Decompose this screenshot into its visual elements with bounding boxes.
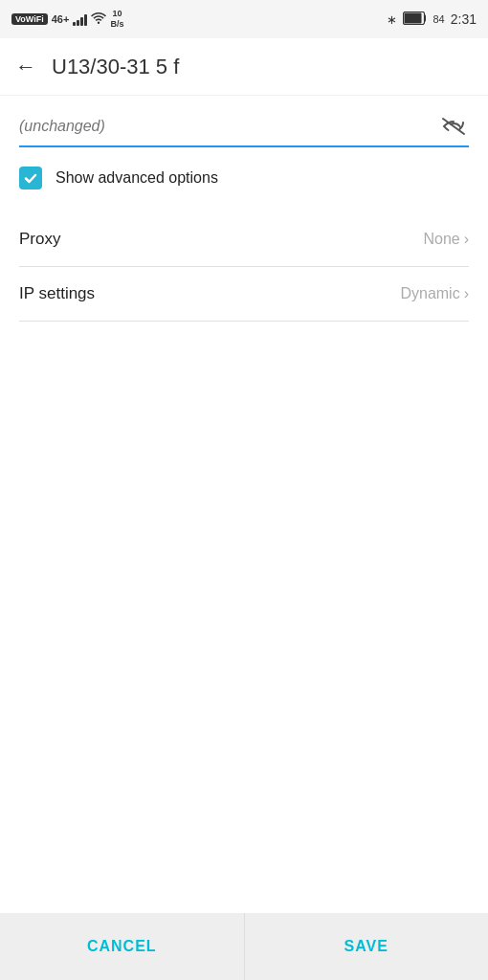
ip-settings-label: IP settings <box>19 284 95 303</box>
toggle-password-visibility-button[interactable] <box>438 111 469 142</box>
advanced-options-label: Show advanced options <box>55 169 218 187</box>
status-bar: VoWiFi 46+ 10 B/s ∗ <box>0 0 488 38</box>
cancel-button[interactable]: CANCEL <box>0 913 244 980</box>
advanced-options-row: Show advanced options <box>19 167 469 189</box>
time-display: 2:31 <box>451 11 477 27</box>
vowifi-indicator: VoWiFi <box>11 13 48 25</box>
ip-settings-value: Dynamic › <box>400 285 469 302</box>
network-type: 46+ <box>52 13 70 25</box>
main-content: Show advanced options Proxy None › IP se… <box>0 96 488 322</box>
battery-percentage: 84 <box>433 13 445 25</box>
bluetooth-icon: ∗ <box>387 12 397 27</box>
signal-bars-icon <box>73 12 87 26</box>
bottom-action-bar: CANCEL SAVE <box>0 913 488 980</box>
password-input[interactable] <box>19 118 438 135</box>
svg-rect-1 <box>404 13 421 24</box>
ip-settings-chevron-icon: › <box>464 285 469 302</box>
wifi-icon <box>91 11 106 28</box>
show-advanced-checkbox[interactable] <box>19 167 42 189</box>
password-field-wrapper <box>19 111 469 147</box>
ip-settings-row[interactable]: IP settings Dynamic › <box>19 267 469 322</box>
status-bar-left: VoWiFi 46+ 10 B/s <box>11 9 123 30</box>
proxy-chevron-icon: › <box>464 231 469 248</box>
data-speed: 10 B/s <box>110 9 123 30</box>
save-button[interactable]: SAVE <box>245 913 489 980</box>
battery-icon <box>403 11 428 27</box>
proxy-value: None › <box>423 231 469 248</box>
page-title: U13/30-31 5 f <box>52 55 179 79</box>
back-button[interactable]: ← <box>15 55 36 79</box>
status-bar-right: ∗ 84 2:31 <box>387 11 477 27</box>
proxy-label: Proxy <box>19 230 60 249</box>
proxy-row[interactable]: Proxy None › <box>19 212 469 267</box>
app-bar: ← U13/30-31 5 f <box>0 38 488 96</box>
